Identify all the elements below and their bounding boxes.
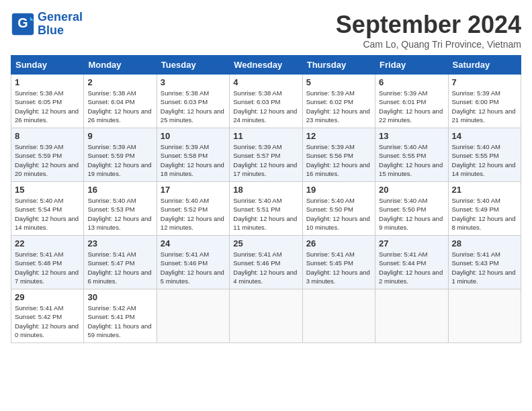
day-number: 21 xyxy=(452,185,517,195)
day-info: Sunrise: 5:40 AM Sunset: 5:55 PM Dayligh… xyxy=(452,142,517,178)
day-info: Sunrise: 5:39 AM Sunset: 6:00 PM Dayligh… xyxy=(452,89,517,124)
calendar-table: SundayMondayTuesdayWednesdayThursdayFrid… xyxy=(11,55,521,343)
calendar-cell: 28 Sunrise: 5:41 AM Sunset: 5:43 PM Dayl… xyxy=(448,236,521,289)
calendar-cell xyxy=(375,289,448,343)
day-info: Sunrise: 5:40 AM Sunset: 5:51 PM Dayligh… xyxy=(233,196,298,232)
day-number: 5 xyxy=(306,77,371,87)
day-number: 4 xyxy=(233,77,298,87)
day-number: 16 xyxy=(87,185,152,195)
day-number: 1 xyxy=(15,77,80,87)
calendar-cell: 19 Sunrise: 5:40 AM Sunset: 5:50 PM Dayl… xyxy=(302,182,375,236)
calendar-header-saturday: Saturday xyxy=(448,56,521,75)
day-info: Sunrise: 5:41 AM Sunset: 5:46 PM Dayligh… xyxy=(233,250,298,285)
day-info: Sunrise: 5:40 AM Sunset: 5:55 PM Dayligh… xyxy=(379,142,444,178)
calendar-cell: 6 Sunrise: 5:39 AM Sunset: 6:01 PM Dayli… xyxy=(375,75,448,128)
day-number: 13 xyxy=(379,131,444,141)
month-title: September 2024 xyxy=(336,11,521,39)
day-info: Sunrise: 5:41 AM Sunset: 5:47 PM Dayligh… xyxy=(87,250,152,285)
calendar-cell: 13 Sunrise: 5:40 AM Sunset: 5:55 PM Dayl… xyxy=(375,128,448,182)
calendar-cell: 9 Sunrise: 5:39 AM Sunset: 5:59 PM Dayli… xyxy=(84,128,157,182)
calendar-header-thursday: Thursday xyxy=(302,56,375,75)
day-number: 19 xyxy=(306,185,371,195)
day-info: Sunrise: 5:42 AM Sunset: 5:41 PM Dayligh… xyxy=(87,304,152,339)
day-number: 10 xyxy=(161,131,226,141)
day-info: Sunrise: 5:39 AM Sunset: 5:57 PM Dayligh… xyxy=(233,142,298,178)
day-number: 20 xyxy=(379,185,444,195)
calendar-week-row: 15 Sunrise: 5:40 AM Sunset: 5:54 PM Dayl… xyxy=(11,182,521,236)
day-number: 9 xyxy=(87,131,152,141)
day-info: Sunrise: 5:40 AM Sunset: 5:50 PM Dayligh… xyxy=(306,196,371,232)
calendar-cell: 15 Sunrise: 5:40 AM Sunset: 5:54 PM Dayl… xyxy=(11,182,84,236)
calendar-cell: 7 Sunrise: 5:39 AM Sunset: 6:00 PM Dayli… xyxy=(448,75,521,128)
day-number: 24 xyxy=(161,238,226,248)
day-info: Sunrise: 5:38 AM Sunset: 6:05 PM Dayligh… xyxy=(15,89,80,124)
day-number: 25 xyxy=(233,238,298,248)
day-number: 17 xyxy=(161,185,226,195)
day-number: 12 xyxy=(306,131,371,141)
day-info: Sunrise: 5:38 AM Sunset: 6:04 PM Dayligh… xyxy=(87,89,152,124)
header: G General Blue September 2024 Cam Lo, Qu… xyxy=(11,11,521,50)
day-number: 11 xyxy=(233,131,298,141)
day-number: 18 xyxy=(233,185,298,195)
day-number: 28 xyxy=(452,238,517,248)
calendar-cell: 18 Sunrise: 5:40 AM Sunset: 5:51 PM Dayl… xyxy=(230,182,302,236)
calendar-header-row: SundayMondayTuesdayWednesdayThursdayFrid… xyxy=(11,56,521,75)
day-info: Sunrise: 5:39 AM Sunset: 5:56 PM Dayligh… xyxy=(306,142,371,178)
calendar-header-wednesday: Wednesday xyxy=(230,56,302,75)
calendar-week-row: 22 Sunrise: 5:41 AM Sunset: 5:48 PM Dayl… xyxy=(11,236,521,289)
day-info: Sunrise: 5:40 AM Sunset: 5:54 PM Dayligh… xyxy=(15,196,80,232)
calendar-cell: 23 Sunrise: 5:41 AM Sunset: 5:47 PM Dayl… xyxy=(84,236,157,289)
calendar-cell: 1 Sunrise: 5:38 AM Sunset: 6:05 PM Dayli… xyxy=(11,75,84,128)
calendar-cell: 26 Sunrise: 5:41 AM Sunset: 5:45 PM Dayl… xyxy=(302,236,375,289)
day-number: 8 xyxy=(15,131,80,141)
svg-text:G: G xyxy=(17,15,28,30)
calendar-cell: 30 Sunrise: 5:42 AM Sunset: 5:41 PM Dayl… xyxy=(84,289,157,343)
day-info: Sunrise: 5:41 AM Sunset: 5:46 PM Dayligh… xyxy=(161,250,226,285)
logo-line1: General xyxy=(38,10,83,24)
logo-icon: G xyxy=(11,12,35,36)
day-info: Sunrise: 5:40 AM Sunset: 5:50 PM Dayligh… xyxy=(379,196,444,232)
calendar-cell: 22 Sunrise: 5:41 AM Sunset: 5:48 PM Dayl… xyxy=(11,236,84,289)
calendar-cell: 25 Sunrise: 5:41 AM Sunset: 5:46 PM Dayl… xyxy=(230,236,302,289)
calendar-cell: 29 Sunrise: 5:41 AM Sunset: 5:42 PM Dayl… xyxy=(11,289,84,343)
calendar-cell: 12 Sunrise: 5:39 AM Sunset: 5:56 PM Dayl… xyxy=(302,128,375,182)
day-info: Sunrise: 5:40 AM Sunset: 5:49 PM Dayligh… xyxy=(452,196,517,232)
calendar-cell: 10 Sunrise: 5:39 AM Sunset: 5:58 PM Dayl… xyxy=(157,128,229,182)
calendar-cell: 16 Sunrise: 5:40 AM Sunset: 5:53 PM Dayl… xyxy=(84,182,157,236)
calendar-cell: 3 Sunrise: 5:38 AM Sunset: 6:03 PM Dayli… xyxy=(157,75,229,128)
calendar-week-row: 8 Sunrise: 5:39 AM Sunset: 5:59 PM Dayli… xyxy=(11,128,521,182)
day-number: 22 xyxy=(15,238,80,248)
day-number: 29 xyxy=(15,292,80,302)
calendar-cell: 5 Sunrise: 5:39 AM Sunset: 6:02 PM Dayli… xyxy=(302,75,375,128)
calendar-cell xyxy=(302,289,375,343)
day-number: 14 xyxy=(452,131,517,141)
day-info: Sunrise: 5:39 AM Sunset: 5:59 PM Dayligh… xyxy=(15,142,80,178)
calendar-cell: 2 Sunrise: 5:38 AM Sunset: 6:04 PM Dayli… xyxy=(84,75,157,128)
day-info: Sunrise: 5:39 AM Sunset: 6:01 PM Dayligh… xyxy=(379,89,444,124)
day-info: Sunrise: 5:41 AM Sunset: 5:45 PM Dayligh… xyxy=(306,250,371,285)
calendar-cell: 27 Sunrise: 5:41 AM Sunset: 5:44 PM Dayl… xyxy=(375,236,448,289)
day-info: Sunrise: 5:38 AM Sunset: 6:03 PM Dayligh… xyxy=(161,89,226,124)
day-number: 15 xyxy=(15,185,80,195)
calendar-cell: 4 Sunrise: 5:38 AM Sunset: 6:03 PM Dayli… xyxy=(230,75,302,128)
day-info: Sunrise: 5:40 AM Sunset: 5:53 PM Dayligh… xyxy=(87,196,152,232)
day-info: Sunrise: 5:41 AM Sunset: 5:44 PM Dayligh… xyxy=(379,250,444,285)
calendar-cell: 8 Sunrise: 5:39 AM Sunset: 5:59 PM Dayli… xyxy=(11,128,84,182)
day-number: 26 xyxy=(306,238,371,248)
logo-text: General Blue xyxy=(38,11,83,38)
day-info: Sunrise: 5:39 AM Sunset: 5:58 PM Dayligh… xyxy=(161,142,226,178)
day-info: Sunrise: 5:40 AM Sunset: 5:52 PM Dayligh… xyxy=(161,196,226,232)
calendar-cell xyxy=(157,289,229,343)
day-number: 7 xyxy=(452,77,517,87)
calendar-cell: 11 Sunrise: 5:39 AM Sunset: 5:57 PM Dayl… xyxy=(230,128,302,182)
calendar-cell xyxy=(230,289,302,343)
day-number: 2 xyxy=(87,77,152,87)
calendar-cell: 14 Sunrise: 5:40 AM Sunset: 5:55 PM Dayl… xyxy=(448,128,521,182)
logo: G General Blue xyxy=(11,11,83,38)
day-info: Sunrise: 5:41 AM Sunset: 5:43 PM Dayligh… xyxy=(452,250,517,285)
day-info: Sunrise: 5:41 AM Sunset: 5:48 PM Dayligh… xyxy=(15,250,80,285)
calendar-header-sunday: Sunday xyxy=(11,56,84,75)
title-area: September 2024 Cam Lo, Quang Tri Provinc… xyxy=(336,11,521,50)
calendar-cell: 20 Sunrise: 5:40 AM Sunset: 5:50 PM Dayl… xyxy=(375,182,448,236)
calendar-cell: 21 Sunrise: 5:40 AM Sunset: 5:49 PM Dayl… xyxy=(448,182,521,236)
